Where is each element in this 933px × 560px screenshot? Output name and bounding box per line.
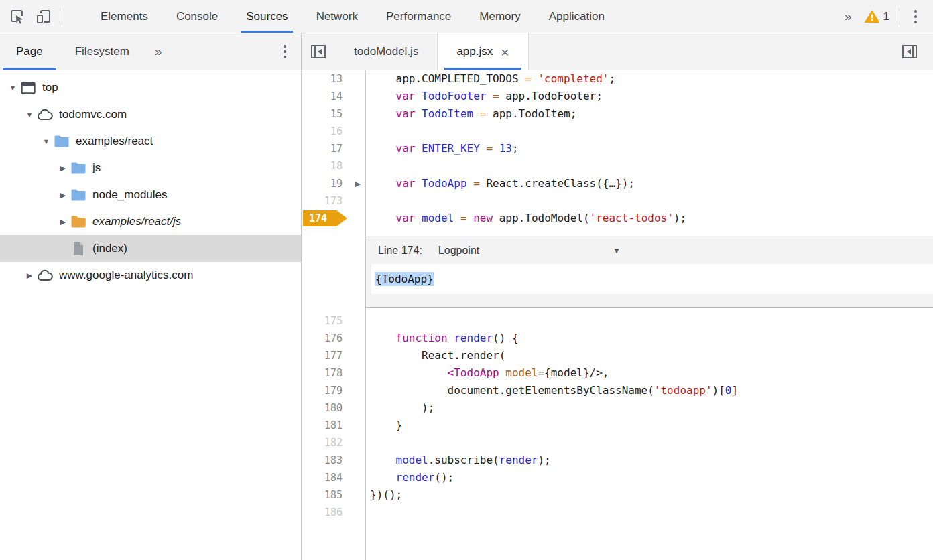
close-icon[interactable]: × [501,45,509,59]
customize-devtools-icon[interactable] [909,7,922,26]
code-line-text[interactable]: })(); [366,486,933,504]
tree-item-label: (index) [92,242,127,255]
tree-item-www-google-analytics-com[interactable]: ▶www.google-analytics.com [0,262,301,289]
line-number-13[interactable]: 13 [302,70,366,88]
code-line-text[interactable]: var ENTER_KEY = 13; [366,140,933,157]
code-line: 176 function render() { [302,330,933,347]
code-editor-body[interactable]: 13 app.COMPLETED_TODOS = 'completed';14 … [302,70,933,560]
tree-item-label: www.google-analytics.com [59,269,193,282]
tree-item-examples-react[interactable]: ▼examples/react [0,128,301,155]
logpoint-edit-panel: Line 174: Logpoint ▼ {TodoApp} [366,236,933,308]
code-line-text[interactable]: var TodoFooter = app.TodoFooter; [366,88,933,105]
tree-item-examples-react-js[interactable]: ▶examples/react/js [0,208,301,235]
code-line-text[interactable]: app.COMPLETED_TODOS = 'completed'; [366,70,933,88]
line-number-179[interactable]: 179 [302,382,366,399]
line-number-182[interactable]: 182 [302,434,366,451]
tree-item-todomvc-com[interactable]: ▼todomvc.com [0,101,301,128]
line-number-14[interactable]: 14 [302,88,366,105]
line-number-185[interactable]: 185 [302,486,366,504]
line-number-15[interactable]: 15 [302,105,366,123]
code-fold-icon[interactable]: ▶ [355,180,361,188]
code-line: 175 [302,312,933,330]
more-panels-icon[interactable]: » [841,9,855,24]
more-sidebar-tabs-icon[interactable]: » [145,44,171,59]
code-line-text[interactable] [366,157,933,175]
code-line-text[interactable]: React.render( [366,347,933,364]
logpoint-expression-value: {TodoApp} [375,272,434,286]
editor-tab-todomodel-js[interactable]: todoModel.js [335,33,437,70]
code-line-text[interactable] [366,434,933,451]
device-toolbar-icon[interactable] [35,8,52,25]
inspect-element-icon[interactable] [8,8,25,25]
code-line-text[interactable] [366,312,933,330]
tree-item-label: examples/react [76,135,153,148]
line-number-180[interactable]: 180 [302,399,366,417]
line-number-176[interactable]: 176 [302,330,366,347]
code-line-text[interactable]: model.subscribe(render); [366,451,933,469]
line-number-173[interactable]: 173 [302,192,366,210]
line-number-174[interactable]: 174 [302,210,366,227]
code-line-text[interactable]: render(); [366,469,933,486]
line-number-175[interactable]: 175 [302,312,366,330]
toolbar-tab-network[interactable]: Network [302,0,372,33]
editor-tab-label: todoModel.js [354,45,418,58]
main-split: Page Filesystem » ▼top▼todomvc.com▼examp… [0,33,933,560]
line-number-181[interactable]: 181 [302,417,366,434]
sidebar-menu-icon[interactable] [278,42,292,61]
tree-collapsed-arrow-icon[interactable]: ▶ [56,191,70,200]
line-number-18[interactable]: 18 [302,157,366,175]
line-number-186[interactable]: 186 [302,504,366,521]
tree-expanded-arrow-icon[interactable]: ▼ [5,84,20,92]
cloud-icon [37,109,53,121]
logpoint-badge[interactable]: 174 [303,210,347,226]
code-line-text[interactable] [366,123,933,140]
tree-item-node-modules[interactable]: ▶node_modules [0,182,301,208]
show-debugger-panel-icon[interactable] [893,43,926,60]
code-line-text[interactable]: <TodoApp model={model}/>, [366,364,933,382]
line-number-177[interactable]: 177 [302,347,366,364]
line-number-16[interactable]: 16 [302,123,366,140]
tab-filesystem[interactable]: Filesystem [59,33,145,70]
toolbar-tab-console[interactable]: Console [162,0,232,33]
tree-expanded-arrow-icon[interactable]: ▼ [22,111,37,119]
toolbar-tab-sources[interactable]: Sources [232,0,302,33]
toolbar-tab-memory[interactable]: Memory [465,0,534,33]
line-number-183[interactable]: 183 [302,451,366,469]
code-line-text[interactable] [366,192,933,210]
tree-item-js[interactable]: ▶js [0,155,301,182]
warning-triangle-icon [865,10,879,23]
toolbar-tab-elements[interactable]: Elements [86,0,162,33]
breakpoint-type-select[interactable]: Logpoint ▼ [438,244,621,257]
toolbar-icon-group [0,8,72,25]
tree-collapsed-arrow-icon[interactable]: ▶ [56,164,70,173]
tree-item-top[interactable]: ▼top [0,74,301,101]
collapse-navigator-icon[interactable] [302,43,335,60]
code-line-text[interactable]: var TodoItem = app.TodoItem; [366,105,933,123]
code-line-text[interactable]: ); [366,399,933,417]
code-line-text[interactable]: var TodoApp = React.createClass({…}); [366,175,933,192]
tab-page[interactable]: Page [0,33,59,70]
line-number-19[interactable]: 19▶ [302,175,366,192]
editor-tab-app-jsx[interactable]: app.jsx× [437,33,528,70]
tree-item--index-[interactable]: (index) [0,235,301,262]
line-number-17[interactable]: 17 [302,140,366,157]
tree-item-label: top [42,81,58,94]
logpoint-expression-input[interactable]: {TodoApp} [371,264,933,294]
toolbar-tab-application[interactable]: Application [535,0,619,33]
tree-collapsed-arrow-icon[interactable]: ▶ [56,218,70,226]
code-line-text[interactable]: } [366,417,933,434]
tree-item-label: todomvc.com [59,108,127,121]
tree-expanded-arrow-icon[interactable]: ▼ [39,137,54,145]
code-line-text[interactable]: document.getElementsByClassName('todoapp… [366,382,933,399]
line-number-184[interactable]: 184 [302,469,366,486]
code-line: 174 var model = new app.TodoModel('react… [302,210,933,227]
toolbar-tab-performance[interactable]: Performance [372,0,465,33]
code-line: 17 var ENTER_KEY = 13; [302,140,933,157]
code-line-text[interactable]: var model = new app.TodoModel('react-tod… [366,210,933,227]
code-line: 19▶ var TodoApp = React.createClass({…})… [302,175,933,192]
line-number-178[interactable]: 178 [302,364,366,382]
code-line-text[interactable]: function render() { [366,330,933,347]
code-line-text[interactable] [366,504,933,521]
issues-warning-badge[interactable]: 1 [865,10,889,23]
tree-collapsed-arrow-icon[interactable]: ▶ [22,271,37,280]
